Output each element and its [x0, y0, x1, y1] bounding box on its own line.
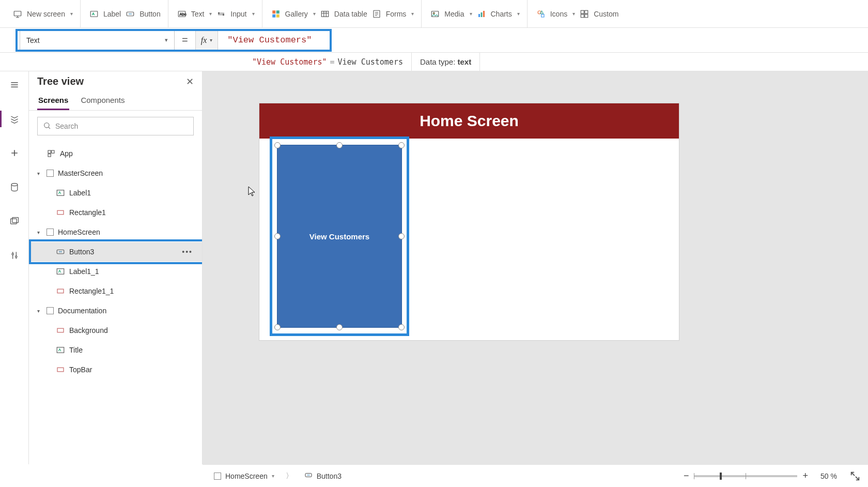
resize-handle[interactable]: [336, 324, 343, 330]
zoom-slider[interactable]: [694, 475, 797, 477]
zoom-out-button[interactable]: −: [684, 470, 689, 481]
data-button[interactable]: [4, 177, 25, 197]
ribbon-label: Forms: [386, 10, 407, 18]
tree-item-rectangle1-1[interactable]: Rectangle1_1: [29, 281, 202, 301]
ribbon-custom[interactable]: Custom: [579, 9, 618, 19]
ribbon-charts[interactable]: Charts ▾: [476, 9, 520, 19]
svg-point-29: [44, 123, 49, 127]
zoom-value: 50 %: [813, 472, 844, 480]
forms-icon: [371, 9, 382, 19]
chevron-down-icon: ▾: [165, 37, 168, 43]
ribbon-icons[interactable]: Icons ▾: [536, 9, 575, 19]
resize-handle[interactable]: [398, 142, 405, 148]
chevron-down-icon: ▾: [411, 11, 414, 17]
resize-handle[interactable]: [274, 233, 281, 239]
tree-item-label1[interactable]: Label1: [29, 183, 202, 203]
ribbon-label-control[interactable]: Label: [89, 9, 121, 19]
svg-rect-22: [581, 14, 584, 17]
chevron-down-icon[interactable]: ▾: [34, 171, 42, 176]
tree-item-rectangle1[interactable]: Rectangle1: [29, 203, 202, 222]
svg-rect-11: [321, 11, 329, 17]
tree-item-app[interactable]: App: [29, 144, 202, 163]
svg-rect-40: [57, 368, 64, 372]
ribbon-label: Input: [230, 10, 246, 18]
tree-item-homescreen[interactable]: ▾ HomeScreen: [29, 222, 202, 242]
ribbon-label: Button: [140, 10, 160, 18]
ribbon-label: Media: [444, 10, 464, 18]
search-input[interactable]: Search: [37, 117, 194, 135]
chevron-down-icon[interactable]: ▾: [34, 230, 42, 235]
resize-handle[interactable]: [398, 324, 405, 330]
ribbon-datatable[interactable]: Data table: [320, 9, 367, 19]
tree-item-title[interactable]: Title: [29, 340, 202, 360]
search-icon: [43, 121, 51, 131]
screen-title: Home Screen: [420, 112, 519, 130]
hamburger-button[interactable]: [4, 74, 25, 95]
screen-icon: [47, 170, 54, 177]
resize-handle[interactable]: [398, 233, 405, 239]
resize-handle[interactable]: [336, 142, 343, 148]
ribbon-input[interactable]: Input ▾: [216, 9, 254, 19]
zoom-controls: − + 50 %: [684, 470, 861, 482]
zoom-in-button[interactable]: +: [802, 470, 808, 481]
breadcrumb-element[interactable]: Button3: [300, 471, 346, 481]
tree-list: App ▾ MasterScreen Label1 Rectangle1 ▾ H…: [29, 142, 202, 464]
fx-label: fx: [201, 36, 207, 45]
tree-item-button3[interactable]: Button3 •••: [29, 242, 202, 262]
media-icon: [430, 9, 440, 19]
search-placeholder: Search: [55, 122, 78, 130]
tree-item-label1-1[interactable]: Label1_1: [29, 262, 202, 281]
chevron-down-icon[interactable]: ▾: [34, 308, 42, 314]
tree-item-masterscreen[interactable]: ▾ MasterScreen: [29, 163, 202, 183]
ribbon-label: Charts: [491, 10, 512, 18]
svg-rect-26: [12, 218, 18, 223]
resize-handle[interactable]: [274, 142, 281, 148]
tab-components[interactable]: Components: [80, 92, 126, 110]
ribbon-media[interactable]: Media ▾: [430, 9, 472, 19]
tab-screens[interactable]: Screens: [37, 92, 69, 110]
more-icon[interactable]: •••: [182, 248, 193, 256]
canvas[interactable]: Home Screen View Customers: [203, 71, 868, 464]
app-icon: [47, 149, 56, 158]
equals-sign: =: [179, 34, 191, 46]
svg-rect-34: [57, 210, 64, 215]
zoom-thumb[interactable]: [720, 473, 722, 480]
data-type: Data type: text: [412, 53, 480, 71]
tree-tabs: Screens Components: [29, 89, 202, 111]
ribbon-text[interactable]: Abc Text ▾: [177, 9, 212, 19]
fullscreen-icon[interactable]: [849, 470, 861, 482]
insert-button[interactable]: [4, 143, 25, 163]
breadcrumb-screen[interactable]: HomeScreen ▾: [210, 472, 278, 480]
svg-rect-20: [581, 10, 584, 13]
property-selector[interactable]: Text ▾: [20, 31, 175, 50]
ribbon-gallery[interactable]: Gallery ▾: [271, 9, 316, 19]
ribbon-new-screen[interactable]: New screen ▾: [12, 9, 73, 19]
cursor-icon: [248, 186, 256, 199]
chevron-down-icon: ▾: [210, 37, 212, 43]
ribbon-button-control[interactable]: Button: [125, 9, 160, 19]
button-icon: [125, 9, 135, 19]
tree-view-button[interactable]: [4, 109, 25, 129]
insert-ribbon: New screen ▾ Label Button Abc Text ▾: [0, 0, 868, 28]
screen-icon: [47, 307, 54, 314]
tree-item-documentation[interactable]: ▾ Documentation: [29, 301, 202, 321]
rect-icon: [56, 208, 65, 217]
svg-rect-25: [10, 219, 17, 224]
canvas-button3[interactable]: View Customers: [277, 145, 402, 328]
button-text: View Customers: [309, 232, 369, 241]
tree-view-title: Tree view: [37, 75, 84, 87]
ribbon-label: Gallery: [285, 10, 308, 18]
advanced-tools-button[interactable]: [4, 245, 25, 266]
svg-rect-9: [272, 14, 275, 17]
close-icon[interactable]: ✕: [186, 76, 194, 87]
media-rail-button[interactable]: [4, 211, 25, 232]
ribbon-forms[interactable]: Forms ▾: [371, 9, 414, 19]
chevron-down-icon: ▾: [272, 473, 274, 479]
formula-input[interactable]: "View Customers": [222, 31, 326, 50]
resize-handle[interactable]: [274, 324, 281, 330]
rect-icon: [56, 326, 65, 335]
fx-button[interactable]: fx ▾: [195, 31, 219, 50]
tree-item-topbar[interactable]: TopBar: [29, 360, 202, 379]
tree-item-background[interactable]: Background: [29, 321, 202, 340]
icons-icon: [536, 9, 546, 19]
